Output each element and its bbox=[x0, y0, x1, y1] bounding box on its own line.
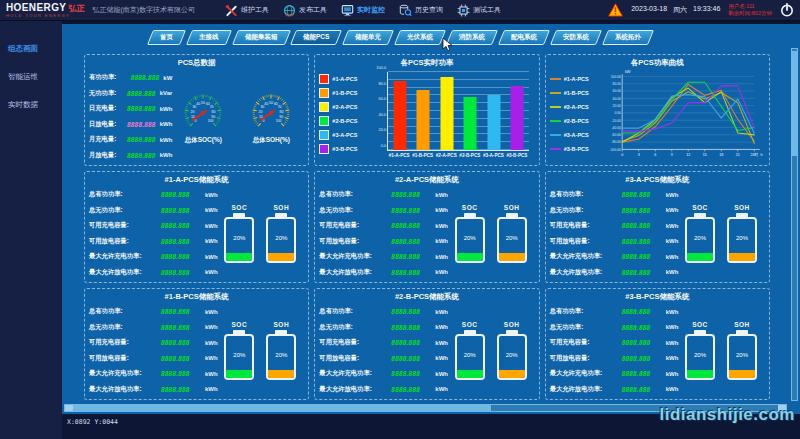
header-toolbar: 维护工具发布工具实时监控历史查询测试工具 bbox=[225, 4, 501, 17]
battery-fill bbox=[729, 370, 755, 378]
data-row: 总无功功率:8888.888kWh bbox=[550, 323, 683, 332]
sidebar-item-1[interactable]: 组态画面 bbox=[0, 35, 62, 63]
gauge-label: 总体SOH(%) bbox=[253, 136, 290, 145]
y-tick-label: 20.0 bbox=[379, 127, 387, 132]
battery-fill bbox=[226, 370, 252, 378]
data-row-label: 可用充电容量: bbox=[89, 338, 161, 347]
panel-title: #2-B-PCS储能系统 bbox=[319, 292, 534, 302]
data-row-label: 总无功功率: bbox=[550, 323, 622, 332]
data-row-unit: kWh bbox=[435, 355, 448, 361]
watermark-text: lidianshijie.com bbox=[659, 405, 795, 425]
svg-text:70: 70 bbox=[278, 105, 282, 109]
data-row-value: 8888.888 bbox=[622, 386, 662, 393]
data-row-unit: kWh bbox=[666, 309, 679, 315]
tab-3[interactable]: 储能集装箱 bbox=[231, 30, 290, 45]
data-row-unit: kWh bbox=[435, 238, 448, 244]
bar-chart-legend: #1-A-PCS#1-B-PCS#2-A-PCS#2-B-PCS#3-A-PCS… bbox=[318, 68, 370, 162]
data-row: 无功功率:8888.888kVar bbox=[89, 89, 172, 98]
svg-text:80: 80 bbox=[280, 110, 284, 114]
svg-text:20.00: 20.00 bbox=[612, 104, 620, 108]
bar--1-b-pcs bbox=[417, 90, 430, 150]
vertical-scroll-thumb[interactable] bbox=[792, 51, 797, 156]
unit-panel-body: 总有功功率:8888.888kWh总无功功率:8888.888kWh可用充电容量… bbox=[89, 187, 304, 280]
panel-title: PCS总数据 bbox=[89, 58, 304, 68]
toolbar-item-1[interactable]: 维护工具 bbox=[225, 4, 269, 17]
battery-fill bbox=[729, 253, 755, 261]
tab-7[interactable]: 消防系统 bbox=[446, 30, 498, 45]
sidebar-item-2[interactable]: 智能运维 bbox=[0, 63, 62, 91]
data-row: 总有功功率:8888.888kWh bbox=[89, 307, 222, 316]
power-button[interactable] bbox=[780, 3, 794, 17]
horizontal-scroll-thumb[interactable] bbox=[73, 405, 491, 411]
pcs-realtime-power-panel: 各PCS实时功率 #1-A-PCS#1-B-PCS#2-A-PCS#2-B-PC… bbox=[314, 54, 539, 166]
legend-item: #2-B-PCS bbox=[550, 118, 601, 124]
data-row-unit: kWh bbox=[160, 152, 173, 158]
svg-text:0.00: 0.00 bbox=[614, 111, 620, 115]
tab-10[interactable]: 系统拓扑 bbox=[602, 30, 654, 45]
publish-tools-icon bbox=[283, 4, 296, 17]
legend-swatch bbox=[319, 88, 329, 98]
soc-battery: SOC20% bbox=[685, 321, 715, 380]
battery-fill bbox=[268, 253, 294, 261]
data-row-unit: kWh bbox=[435, 192, 448, 198]
data-row-value: 8888.888 bbox=[161, 269, 201, 276]
scroll-left-arrow[interactable] bbox=[65, 405, 73, 411]
svg-text:100: 100 bbox=[208, 119, 214, 123]
battery-block: SOC20%SOH20% bbox=[222, 304, 304, 397]
svg-text:20: 20 bbox=[191, 110, 195, 114]
legend-swatch bbox=[550, 106, 561, 108]
tab-5[interactable]: 储能单元 bbox=[342, 30, 394, 45]
tab-2[interactable]: 主接线 bbox=[186, 30, 232, 45]
header-bar: HOENERGY 弘正 HOLD YOUR ENERGY 弘正储能(南京)数字技… bbox=[0, 0, 800, 21]
battery-fill bbox=[499, 253, 525, 261]
data-row: 最大允许充电功率:8888.888kWh bbox=[89, 252, 222, 261]
data-row-label: 总有功功率: bbox=[319, 190, 391, 199]
bar-chart-xlabels: #1-A-PCS#1-B-PCS#2-A-PCS#2-B-PCS#3-A-PCS… bbox=[387, 153, 528, 162]
panel-title: #2-A-PCS储能系统 bbox=[319, 175, 534, 185]
panel-title: #3-A-PCS储能系统 bbox=[550, 175, 765, 185]
data-row-unit: kWh bbox=[205, 207, 218, 213]
sidebar-item-3[interactable]: 实时数据 bbox=[0, 91, 62, 119]
svg-text:21: 21 bbox=[735, 151, 739, 156]
data-row: 最大允许充电功率:8888.888kWh bbox=[89, 369, 222, 378]
legend-item: #2-A-PCS bbox=[550, 104, 601, 110]
x-tick-label: #3-A-PCS bbox=[482, 153, 506, 162]
x-tick-label: #1-B-PCS bbox=[411, 153, 435, 162]
legend-item: #1-A-PCS bbox=[550, 76, 601, 82]
content-canvas: 首页主接线储能集装箱储能PCS储能单元光伏系统消防系统配电系统安防系统系统拓扑 … bbox=[62, 21, 800, 414]
toolbar-item-3[interactable]: 实时监控 bbox=[341, 4, 385, 17]
pcs-unit-panel-4: #1-B-PCS储能系统总有功功率:8888.888kWh总无功功率:8888.… bbox=[84, 288, 309, 400]
toolbar-item-5[interactable]: 测试工具 bbox=[457, 4, 501, 17]
data-row-unit: kWh bbox=[205, 324, 218, 330]
battery-body: 20% bbox=[497, 217, 527, 263]
maintenance-tools-icon bbox=[225, 4, 238, 17]
data-row-value: 8888.888 bbox=[161, 386, 201, 393]
tab-9[interactable]: 安防系统 bbox=[550, 30, 602, 45]
gauge-label: 总体SOC(%) bbox=[185, 136, 222, 145]
toolbar-item-4[interactable]: 历史查询 bbox=[399, 4, 443, 17]
tab-1[interactable]: 首页 bbox=[147, 30, 186, 45]
data-row-label: 无功功率: bbox=[89, 89, 127, 98]
data-row-value: 8888.888 bbox=[391, 191, 431, 198]
alarm-warning-icon[interactable] bbox=[608, 3, 623, 17]
data-row-value: 8888.888 bbox=[391, 355, 431, 362]
tab-4[interactable]: 储能PCS bbox=[290, 30, 342, 45]
toolbar-item-2[interactable]: 发布工具 bbox=[283, 4, 327, 17]
grid-line bbox=[388, 149, 528, 150]
battery-body: 20% bbox=[685, 217, 715, 263]
data-row-unit: kWh bbox=[205, 254, 218, 260]
unit-data-rows: 总有功功率:8888.888kWh总无功功率:8888.888kWh可用充电容量… bbox=[89, 187, 222, 280]
data-row-label: 最大允许放电功率: bbox=[89, 385, 161, 394]
legend-label: #3-B-PCS bbox=[564, 146, 589, 152]
vertical-scrollbar[interactable] bbox=[791, 48, 798, 401]
tab-8[interactable]: 配电系统 bbox=[498, 30, 550, 45]
legend-swatch bbox=[550, 148, 561, 150]
legend-swatch bbox=[550, 92, 561, 94]
datetime-display: 2023-03-18 周六 19:33:46 bbox=[631, 5, 720, 15]
legend-swatch bbox=[319, 74, 329, 84]
data-row-value: 8888.888 bbox=[391, 222, 431, 229]
tab-6[interactable]: 光伏系统 bbox=[394, 30, 446, 45]
test-tools-icon bbox=[457, 4, 470, 17]
data-row: 总有功功率:8888.888kWh bbox=[550, 190, 683, 199]
legend-swatch bbox=[319, 116, 329, 126]
